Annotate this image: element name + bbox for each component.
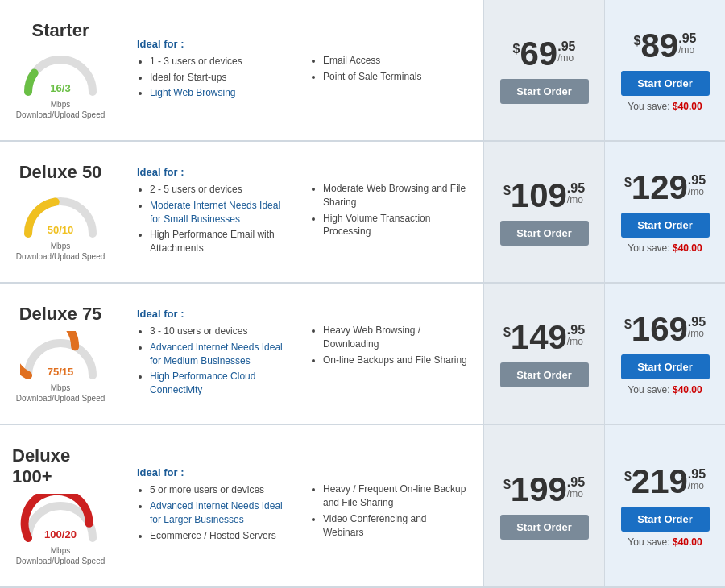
start-order-alt-button[interactable]: Start Order bbox=[621, 71, 710, 96]
price-standard: $ 149 .95 /mo bbox=[503, 321, 585, 354]
price-cents: .95 bbox=[567, 476, 585, 489]
price-alt-mo: /mo bbox=[688, 481, 706, 491]
gauge: 16/3 bbox=[20, 48, 101, 96]
price-standard-col: $ 149 .95 /mo Start Order bbox=[483, 284, 604, 424]
plan-name: Deluxe 50 bbox=[19, 162, 102, 183]
you-save: You save: $40.00 bbox=[628, 101, 702, 112]
ideal-item: Video Conferencing and Webinars bbox=[323, 512, 467, 540]
ideal-item: Moderate Web Browsing and File Sharing bbox=[323, 182, 467, 209]
price-mo: /mo bbox=[567, 337, 585, 346]
ideal-item: Advanced Internet Needs Ideal for Medium… bbox=[150, 341, 294, 368]
price-standard-col: $ 69 .95 /mo Start Order bbox=[483, 0, 604, 140]
plan-details: Ideal for : 3 - 10 users or devicesAdvan… bbox=[121, 284, 483, 424]
price-mo: /mo bbox=[567, 195, 585, 205]
plan-left: Starter 16/3 Mbps Download/Upload Speed bbox=[0, 0, 121, 140]
ideal-title: Ideal for : bbox=[137, 38, 294, 50]
you-save: You save: $40.00 bbox=[628, 242, 702, 254]
price-main-value: 69 bbox=[520, 37, 557, 71]
start-order-alt-button[interactable]: Start Order bbox=[621, 213, 710, 238]
price-alt: $ 129 .95 /mo bbox=[624, 171, 706, 205]
price-alt-col: $ 89 .95 /mo Start Order You save: $40.0… bbox=[604, 0, 725, 140]
speed-mbps: Mbps bbox=[51, 383, 70, 393]
plan-name: Deluxe 75 bbox=[19, 304, 102, 325]
ideal-item: High Volume Transaction Processing bbox=[323, 212, 467, 239]
start-order-alt-button[interactable]: Start Order bbox=[621, 507, 710, 532]
price-alt-col: $ 169 .95 /mo Start Order You save: $40.… bbox=[604, 284, 725, 424]
price-alt: $ 169 .95 /mo bbox=[624, 313, 706, 346]
speed-label: 16/3 bbox=[50, 82, 70, 94]
speed-type: Download/Upload Speed bbox=[16, 110, 106, 120]
plan-name: Starter bbox=[32, 20, 89, 41]
price-alt-cents: .95 bbox=[688, 174, 706, 187]
ideal-item: Point of Sale Terminals bbox=[323, 70, 467, 84]
ideal-title: Ideal for : bbox=[137, 166, 294, 178]
plan-row-starter: Starter 16/3 Mbps Download/Upload Speed … bbox=[0, 0, 725, 142]
price-alt-mo: /mo bbox=[688, 187, 706, 197]
price-alt-main-value: 89 bbox=[640, 29, 678, 63]
price-alt-mo: /mo bbox=[678, 45, 696, 55]
ideal-col2: Heavy Web Browsing / DownloadingOn-line … bbox=[310, 308, 467, 400]
price-mo: /mo bbox=[567, 489, 585, 499]
save-amount: $40.00 bbox=[673, 242, 702, 254]
ideal-item: 3 - 10 users or devices bbox=[150, 325, 294, 338]
ideal-item: Email Access bbox=[323, 54, 467, 68]
price-alt: $ 219 .95 /mo bbox=[624, 465, 706, 499]
price-alt-cents: .95 bbox=[688, 316, 706, 329]
start-order-standard-button[interactable]: Start Order bbox=[500, 79, 589, 104]
price-standard: $ 199 .95 /mo bbox=[503, 473, 585, 507]
speed-mbps: Mbps bbox=[51, 241, 70, 251]
speed-type: Download/Upload Speed bbox=[16, 393, 106, 404]
plan-row-deluxe75: Deluxe 75 75/15 Mbps Download/Upload Spe… bbox=[0, 284, 725, 425]
plan-left: Deluxe 75 75/15 Mbps Download/Upload Spe… bbox=[0, 284, 121, 424]
speed-mbps: Mbps bbox=[51, 545, 70, 556]
ideal-title: Ideal for : bbox=[137, 466, 294, 478]
price-main-value: 109 bbox=[511, 179, 567, 213]
price-alt-dollar: $ bbox=[634, 34, 641, 48]
start-order-standard-button[interactable]: Start Order bbox=[500, 362, 589, 387]
you-save: You save: $40.00 bbox=[628, 536, 702, 548]
price-mo: /mo bbox=[557, 53, 575, 63]
ideal-item: Ecommerce / Hosted Servers bbox=[150, 529, 294, 543]
plan-name: Deluxe 100+ bbox=[12, 445, 109, 487]
speed-type: Download/Upload Speed bbox=[16, 556, 106, 566]
gauge: 75/15 bbox=[20, 331, 101, 379]
ideal-col2: Moderate Web Browsing and File SharingHi… bbox=[310, 166, 467, 258]
ideal-item: High Performance Email with Attachments bbox=[150, 228, 294, 255]
price-alt-cents: .95 bbox=[688, 468, 706, 481]
plan-left: Deluxe 50 50/10 Mbps Download/Upload Spe… bbox=[0, 142, 121, 282]
price-cents: .95 bbox=[567, 324, 585, 337]
save-amount: $40.00 bbox=[673, 536, 702, 548]
speed-mbps: Mbps bbox=[51, 99, 70, 110]
ideal-col1: Ideal for : 2 - 5 users or devicesModera… bbox=[137, 166, 294, 258]
ideal-item: Light Web Browsing bbox=[150, 86, 294, 100]
speed-label: 100/20 bbox=[44, 528, 77, 540]
gauge: 50/10 bbox=[20, 189, 101, 238]
ideal-item: 2 - 5 users or devices bbox=[150, 183, 294, 197]
start-order-standard-button[interactable]: Start Order bbox=[500, 221, 589, 246]
ideal-item: High Performance Cloud Connectivity bbox=[150, 370, 294, 397]
price-alt-col: $ 219 .95 /mo Start Order You save: $40.… bbox=[604, 425, 725, 586]
price-standard-col: $ 109 .95 /mo Start Order bbox=[483, 142, 604, 282]
start-order-standard-button[interactable]: Start Order bbox=[500, 515, 589, 540]
plan-details: Ideal for : 2 - 5 users or devicesModera… bbox=[121, 142, 483, 282]
price-cents: .95 bbox=[567, 182, 585, 195]
ideal-col1: Ideal for : 3 - 10 users or devicesAdvan… bbox=[137, 308, 294, 400]
price-standard: $ 69 .95 /mo bbox=[513, 37, 576, 71]
ideal-item: 5 or more users or devices bbox=[150, 483, 294, 497]
price-cents: .95 bbox=[557, 40, 575, 53]
ideal-title: Ideal for : bbox=[137, 308, 294, 320]
price-dollar: $ bbox=[503, 478, 511, 492]
price-alt-mo: /mo bbox=[688, 329, 706, 338]
plan-row-deluxe50: Deluxe 50 50/10 Mbps Download/Upload Spe… bbox=[0, 142, 725, 284]
ideal-item: On-line Backups and File Sharing bbox=[323, 354, 467, 367]
price-standard: $ 109 .95 /mo bbox=[503, 179, 585, 213]
price-main-value: 199 bbox=[511, 473, 567, 507]
speed-type: Download/Upload Speed bbox=[16, 251, 106, 262]
start-order-alt-button[interactable]: Start Order bbox=[621, 354, 710, 379]
price-main-value: 149 bbox=[511, 321, 567, 354]
ideal-col1: Ideal for : 1 - 3 users or devicesIdeal … bbox=[137, 38, 294, 102]
speed-label: 75/15 bbox=[48, 366, 74, 378]
price-dollar: $ bbox=[513, 42, 520, 56]
save-amount: $40.00 bbox=[673, 101, 702, 112]
ideal-col1: Ideal for : 5 or more users or devicesAd… bbox=[137, 466, 294, 545]
